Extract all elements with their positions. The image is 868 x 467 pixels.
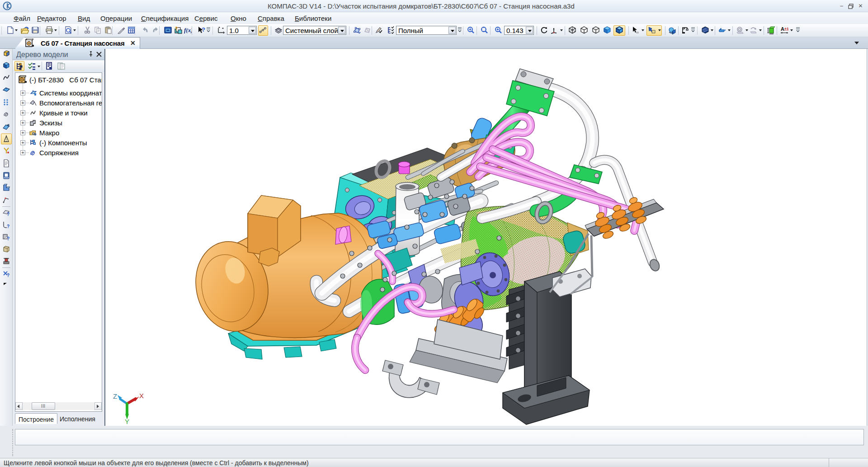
svg-text:X: X (139, 392, 144, 400)
svg-text:f(x): f(x) (184, 27, 192, 33)
svg-text:Y: Y (125, 418, 129, 425)
svg-text:?: ? (7, 236, 9, 241)
svg-text:?: ? (7, 212, 9, 217)
svg-text:?: ? (175, 26, 178, 31)
svg-text:Z: Z (113, 392, 117, 400)
svg-text:?: ? (7, 273, 9, 278)
svg-text:?: ? (7, 224, 9, 229)
svg-text:±1: ±1 (784, 27, 788, 31)
svg-text:?: ? (202, 26, 205, 33)
svg-text:A: A (781, 26, 784, 32)
